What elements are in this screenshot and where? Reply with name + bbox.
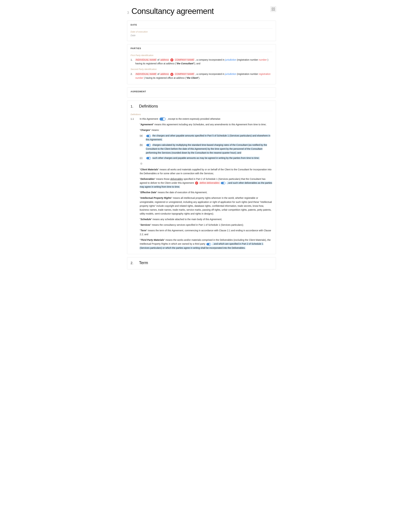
parties-list: 1. INDIVIDUAL NAME of address or COMPANY… [131, 58, 272, 80]
def-ip-term: Intellectual Property Rights [140, 196, 171, 199]
party-2-company: COMPANY NAME [175, 73, 195, 75]
party-1-individual: INDIVIDUAL NAME [135, 58, 157, 61]
def-charges-term: Charges [140, 129, 150, 131]
party-1-jurisdiction: jurisdiction [225, 58, 236, 61]
def-third-party-term: Third Party Materials [140, 239, 164, 241]
grid-icon[interactable] [271, 6, 276, 12]
charges-b-label: (b) [140, 143, 144, 155]
term-title: Term [139, 260, 148, 266]
charges-a-content: the charges and other payable amounts sp… [146, 134, 272, 142]
charges-sublist: (a) the charges and other payable amount… [140, 134, 272, 160]
date-field-value[interactable]: Date [131, 34, 272, 37]
party-2-individual: INDIVIDUAL NAME [135, 73, 157, 75]
clause-1-1-intro-end: , except to the extent expressly provide… [167, 118, 221, 120]
charges-c: (c) such other charges and payable amoun… [140, 156, 272, 160]
clause-1-1-intro: In this Agreement [140, 118, 159, 120]
def-term-term: Term [140, 229, 146, 232]
toggle-c[interactable] [146, 157, 151, 159]
doc-number: 3 [127, 10, 129, 15]
party-1-company: COMPANY NAME [175, 58, 195, 61]
def-services-term: Services [140, 223, 150, 226]
first-party-label: First Party identification [131, 54, 272, 57]
def-schedule: "Schedule" means any schedule attached t… [140, 217, 272, 221]
definitions-clause-label: Definitions [131, 113, 272, 116]
party-1-office-address: address [166, 62, 175, 65]
def-deliverables-term: Deliverables [140, 178, 155, 180]
clause-1-1-row: 1.1 In this Agreement , except to the ex… [131, 117, 272, 121]
party-1-text: INDIVIDUAL NAME of address or COMPANY NA… [135, 58, 272, 65]
party-1-num: 1. [131, 58, 135, 65]
def-third-party: "Third Party Materials" means the works … [140, 238, 272, 250]
clause-1-1-content: In this Agreement , except to the extent… [140, 117, 272, 121]
party-1-or-tag: or [170, 58, 173, 62]
charges-b-content: charges calculated by multiplying the st… [146, 143, 272, 155]
def-deliverables: "Deliverables" means those deliverables … [140, 177, 272, 189]
charges-c-content: such other charges and payable amounts a… [146, 156, 260, 160]
page-header: 3 Consultancy agreement [127, 5, 276, 17]
agreement-section: AGREEMENT [127, 87, 276, 98]
def-client-materials: "Client Materials" means all works and m… [140, 168, 272, 175]
def-term: "Term" means the term of this Agreement,… [140, 228, 272, 236]
svg-rect-1 [274, 8, 275, 9]
doc-title: Consultancy agreement [131, 5, 214, 17]
date-section-label: DATE [131, 23, 272, 27]
party-2-text: INDIVIDUAL NAME of address or COMPANY NA… [135, 72, 272, 80]
define-deliverables: define deliverables [199, 182, 220, 184]
charges-a-text: the charges and other payable amounts sp… [146, 134, 270, 141]
toggle-1[interactable] [159, 118, 166, 120]
clause-1-1-num: 1.1 [131, 117, 137, 121]
term-heading: 2. Term [131, 260, 272, 266]
party-2-jurisdiction: jurisdiction [225, 73, 236, 75]
charges-c-text: such other charges and payable amounts a… [152, 157, 260, 159]
def-ip-rights: "Intellectual Property Rights" means all… [140, 196, 272, 215]
charges-a: (a) the charges and other payable amount… [140, 134, 272, 142]
agreement-section-label: AGREEMENT [131, 90, 272, 93]
third-party-end: , and which are specified in Part 2 of S… [140, 242, 263, 249]
definitions-heading: 1. Definitions [131, 103, 272, 109]
party-1-address: address [160, 58, 169, 61]
parties-section: PARTIES First Party identification 1. IN… [127, 44, 276, 84]
def-agreement-term: Agreement [140, 123, 153, 126]
def-client-materials-term: Client Materials [140, 168, 158, 171]
def-agreement: "Agreement" means this agreement includi… [140, 123, 272, 127]
party-1-reg-num: number [259, 58, 267, 61]
svg-rect-2 [272, 9, 273, 11]
toggle-third-party[interactable] [206, 243, 211, 245]
move-icon: ⊕ [140, 161, 143, 166]
definitions-title: Definitions [139, 103, 158, 109]
party-2-office-address: address [176, 76, 185, 79]
party-2-or-tag: or [170, 73, 173, 76]
definitions-section: 1. Definitions Definitions 1.1 In this A… [127, 101, 276, 254]
toggle-deliverables[interactable] [221, 182, 226, 184]
date-field-label: Date of execution [131, 30, 272, 33]
def-effective-date: "Effective Date" means the date of execu… [140, 190, 272, 194]
parties-section-label: PARTIES [131, 47, 272, 50]
def-effective-date-term: Effective Date [140, 191, 156, 194]
svg-rect-3 [274, 9, 275, 11]
definitions-num: 1. [131, 104, 136, 109]
charges-c-label: (c) [140, 156, 144, 160]
term-section: 2. Term [127, 257, 276, 269]
party-2-num: 2. [131, 72, 135, 80]
toggle-a[interactable] [146, 135, 151, 137]
def-schedule-term: Schedule [140, 218, 151, 221]
charges-a-label: (a) [140, 134, 144, 142]
charges-b: (b) charges calculated by multiplying th… [140, 143, 272, 155]
charges-b-text: charges calculated by multiplying the st… [146, 144, 267, 154]
svg-rect-0 [272, 8, 273, 9]
date-section: DATE Date of execution Date [127, 21, 276, 41]
def-services: "Services" means the consultancy service… [140, 223, 272, 227]
deliverables-italic: deliverables [170, 178, 183, 180]
term-num: 2. [131, 260, 136, 266]
party-2-address: address [160, 73, 169, 75]
deliverables-or-tag: or [195, 182, 198, 184]
def-charges: "Charges" means: [140, 128, 272, 132]
party-item-1: 1. INDIVIDUAL NAME of address or COMPANY… [131, 58, 272, 65]
toggle-b[interactable] [146, 144, 151, 146]
party-item-2: 2. INDIVIDUAL NAME of address or COMPANY… [131, 72, 272, 80]
second-party-label: Second Party identification [131, 68, 272, 71]
